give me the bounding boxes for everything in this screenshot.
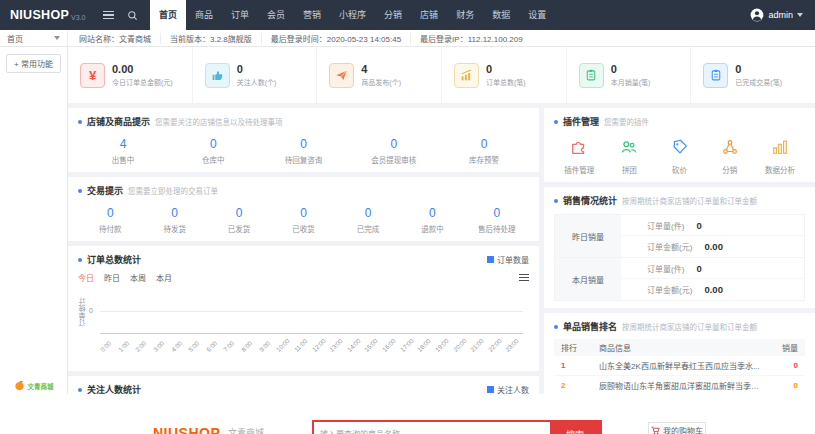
site-info-item: 最后登录IP：112.12.100.209: [411, 33, 532, 44]
footer-logo-text: 文青商城: [28, 381, 54, 391]
stat-value: 0: [349, 137, 439, 151]
card-month-sales[interactable]: 0本月销量(笔): [566, 47, 691, 103]
x-axis-tick: 13:00: [328, 336, 345, 353]
breadcrumb-dropdown[interactable]: 首页: [0, 30, 68, 46]
card-goods-published[interactable]: 4商品发布(个): [316, 47, 441, 103]
panel-trade-tips: 交易提示 您需要立即处理的交易订单 0 待付款: [68, 177, 539, 241]
stat-item[interactable]: 0 售后待处理: [465, 206, 529, 234]
nav-tab[interactable]: 订单: [222, 0, 258, 30]
main-content: ¥ 0.00今日订单总金额(元) 0关注人数(个) 4商品发布(个): [68, 47, 815, 394]
period-tab[interactable]: 本周: [130, 272, 146, 283]
stat-label: 退款中: [400, 223, 464, 234]
x-axis-tick: 1:00: [116, 336, 133, 353]
stat-item[interactable]: 0 会员提现审核: [349, 137, 439, 165]
sales-group-yesterday: 昨日销量 订单量(件)0 订单金额(元)0.00: [555, 215, 804, 258]
site-info-item: 网站名称：文青商城: [70, 33, 161, 44]
ranking-row[interactable]: 2 辰颐物语山东羊角蜜甜瓜洋蜜甜瓜新鲜当季水5... 0: [554, 376, 805, 394]
hamburger-icon: [103, 11, 114, 20]
panel-sales-ranking: 单品销售排名 按周期统计商家店铺的订单量和订单金额 排行 商品信息 销量: [544, 313, 815, 394]
plugin-group-buy[interactable]: 拼团: [604, 138, 654, 175]
nav-tab[interactable]: 店铺: [411, 0, 447, 30]
search-button[interactable]: 搜索: [550, 422, 600, 434]
card-followers[interactable]: 0关注人数(个): [192, 47, 317, 103]
stat-value: 4: [78, 137, 168, 151]
stat-item[interactable]: 0 库存预警: [439, 137, 529, 165]
stat-label: 待回复咨询: [258, 154, 348, 165]
plugin-icons-row: 插件管理 拼团 砍价: [554, 138, 805, 175]
group-name: 本月销量: [555, 258, 621, 300]
sidebar-footer-logo: 文青商城: [0, 380, 67, 391]
stat-label: 出售中: [78, 154, 168, 165]
panel-plugins: 插件管理 您需要的插件 插件管理 拼团: [544, 108, 815, 182]
period-tab[interactable]: 今日: [78, 272, 94, 283]
nav-tab[interactable]: 会员: [258, 0, 294, 30]
search-icon[interactable]: [120, 0, 144, 30]
plugin-distribution[interactable]: 分销: [705, 138, 755, 175]
card-total-orders[interactable]: 0订单总数(笔): [441, 47, 566, 103]
stat-value: 0: [400, 206, 464, 220]
chevron-down-icon: [54, 36, 60, 40]
stat-item[interactable]: 0 已发货: [207, 206, 271, 234]
yen-icon: ¥: [80, 63, 105, 88]
nav-tab[interactable]: 设置: [519, 0, 555, 30]
x-axis-tick: 16:00: [381, 336, 398, 353]
clipboard-icon: [579, 63, 604, 88]
plugin-analytics[interactable]: 数据分析: [755, 138, 805, 175]
main-nav-tabs: 首页 商品 订单 会员 营销 小程序 分销 店铺 财务 数据 设置: [150, 0, 555, 30]
x-axis-tick: 5:00: [187, 336, 204, 353]
period-tab[interactable]: 昨日: [104, 272, 120, 283]
plugin-bargain[interactable]: 砍价: [654, 138, 704, 175]
product-name: 辰颐物语山东羊角蜜甜瓜洋蜜甜瓜新鲜当季水5...: [599, 380, 770, 391]
panel-title: 插件管理: [563, 115, 599, 128]
cart-button[interactable]: 我的购物车: [648, 422, 706, 434]
nav-tab[interactable]: 数据: [483, 0, 519, 30]
nav-tab[interactable]: 商品: [186, 0, 222, 30]
nav-tab[interactable]: 分销: [375, 0, 411, 30]
stat-item[interactable]: 0 待回复咨询: [258, 137, 348, 165]
brand-text: NIUSHOP: [10, 8, 69, 22]
nav-tab[interactable]: 首页: [150, 0, 186, 30]
panel-desc: 按周期统计商家店铺的订单量和订单金额: [622, 321, 757, 332]
stat-cards-row: ¥ 0.00今日订单总金额(元) 0关注人数(个) 4商品发布(个): [68, 47, 815, 103]
stat-item[interactable]: 0 待发货: [142, 206, 206, 234]
x-axis-tick: 10:00: [275, 336, 292, 353]
card-today-order-amount[interactable]: ¥ 0.00今日订单总金额(元): [68, 47, 192, 103]
thumbs-up-icon: [205, 63, 230, 88]
panel-title: 关注人数统计: [87, 383, 141, 394]
stat-item[interactable]: 0 退款中: [400, 206, 464, 234]
card-completed-trades[interactable]: 0已完成交易(笔): [690, 47, 815, 103]
stat-label: 仓库中: [168, 154, 258, 165]
stat-label: 待付款: [78, 223, 142, 234]
stat-item[interactable]: 0 仓库中: [168, 137, 258, 165]
x-axis-tick: 6:00: [204, 336, 221, 353]
period-tab[interactable]: 本月: [156, 272, 172, 283]
x-axis-tick: 11:00: [293, 336, 310, 353]
stat-label: 售后待处理: [465, 223, 529, 234]
cart-icon: [651, 426, 660, 434]
stat-value: 0: [168, 137, 258, 151]
nav-tab[interactable]: 财务: [447, 0, 483, 30]
sales-table: 昨日销量 订单量(件)0 订单金额(元)0.00 本月销量 订单量(件)0: [554, 214, 805, 301]
sales-count: 0: [770, 381, 798, 390]
nav-tab[interactable]: 营销: [294, 0, 330, 30]
panel-title: 订单总数统计: [87, 253, 141, 266]
quick-functions-button[interactable]: + 常用功能: [6, 54, 61, 73]
plugin-manage[interactable]: 插件管理: [554, 138, 604, 175]
puzzle-icon: [570, 138, 588, 156]
stat-item[interactable]: 0 待付款: [78, 206, 142, 234]
bullet-dot-icon: [554, 325, 558, 329]
panel-desc: 您需要立即处理的交易订单: [128, 185, 218, 196]
stat-item[interactable]: 0 已收货: [271, 206, 335, 234]
chart-menu-icon[interactable]: [519, 274, 529, 282]
top-navbar: NIUSHOP V3.0 首页 商品 订单 会员 营销 小程序 分销: [0, 0, 815, 30]
stat-item[interactable]: 4 出售中: [78, 137, 168, 165]
panel-desc: 您需要的插件: [604, 116, 649, 127]
ranking-rows: 1 山东全美2K西瓜新鲜早春红玉西瓜应当季水... 0 2 辰颐物语山东羊角蜜甜…: [554, 356, 805, 394]
nav-tab[interactable]: 小程序: [330, 0, 375, 30]
hamburger-menu-icon[interactable]: [96, 0, 120, 30]
stat-item[interactable]: 0 已完成: [336, 206, 400, 234]
ranking-row[interactable]: 1 山东全美2K西瓜新鲜早春红玉西瓜应当季水... 0: [554, 356, 805, 376]
x-axis-tick: 21:00: [469, 336, 486, 353]
user-menu[interactable]: admin: [750, 0, 815, 30]
search-input[interactable]: [314, 422, 550, 434]
